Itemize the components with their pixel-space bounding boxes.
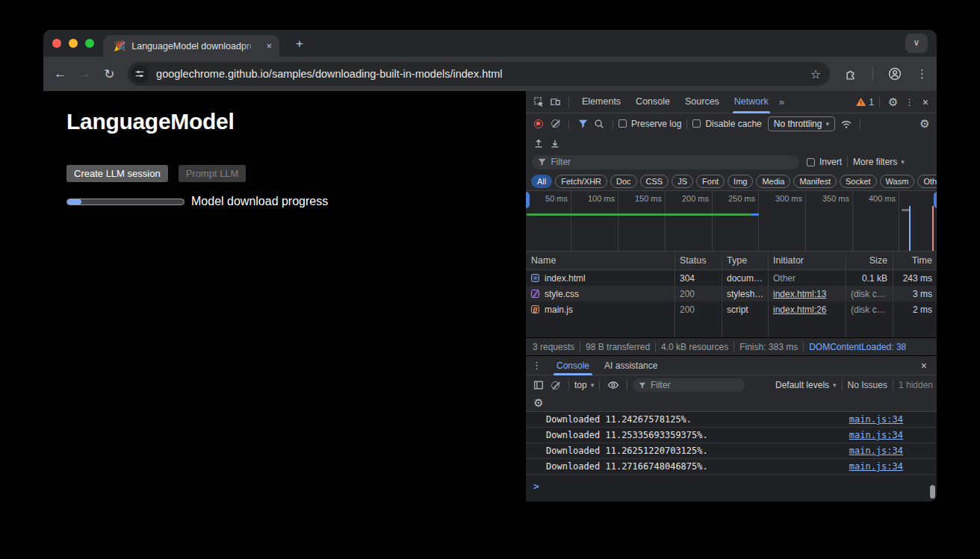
tab-close-icon[interactable]: ×: [266, 40, 272, 51]
devtools-menu-icon[interactable]: ⋮: [902, 97, 918, 107]
address-bar[interactable]: googlechrome.github.io/samples/downloadi…: [128, 62, 830, 86]
clear-network-log-icon[interactable]: [547, 119, 563, 128]
initiator-link[interactable]: index.html:13: [773, 289, 826, 299]
browser-menu-icon[interactable]: ⋮: [917, 67, 928, 81]
network-filter-input[interactable]: [551, 157, 793, 167]
prompt-llm-button[interactable]: Prompt LLM: [179, 165, 246, 182]
column-size[interactable]: Size: [846, 255, 893, 266]
chip-manifest[interactable]: Manifest: [793, 175, 837, 188]
no-issues-label[interactable]: No Issues: [848, 380, 887, 390]
request-row-index-html[interactable]: ≡ index.html 304 docum… Other 0.1 kB 243…: [526, 270, 937, 286]
record-network-log-button[interactable]: [530, 119, 547, 128]
request-name: ≡ index.html: [526, 273, 674, 284]
console-context-select[interactable]: top ▾: [574, 380, 594, 390]
throttling-select[interactable]: No throttling ▾: [768, 116, 835, 131]
reload-button[interactable]: ↻: [101, 66, 117, 82]
chip-css[interactable]: CSS: [640, 175, 669, 188]
chip-font[interactable]: Font: [696, 175, 725, 188]
minimize-window-button[interactable]: [69, 39, 78, 48]
column-type[interactable]: Type: [722, 255, 768, 266]
clear-console-icon[interactable]: [547, 381, 563, 390]
drawer-tab-console[interactable]: Console: [549, 356, 597, 375]
more-tabs-icon[interactable]: »: [776, 96, 787, 107]
bookmark-star-icon[interactable]: ☆: [810, 67, 821, 81]
timeline-left-handle[interactable]: [526, 192, 530, 208]
column-name[interactable]: Name: [526, 255, 674, 266]
browser-tab[interactable]: 🎉 LanguageModel downloadpro ×: [103, 35, 279, 57]
console-filter-input-pill[interactable]: [633, 378, 745, 392]
chip-wasm[interactable]: Wasm: [880, 175, 915, 188]
filter-toggle-icon[interactable]: [574, 119, 591, 128]
console-filter-input[interactable]: [651, 380, 739, 390]
chip-socket[interactable]: Socket: [840, 175, 877, 188]
drawer-menu-icon[interactable]: ⋮: [532, 360, 542, 371]
close-window-button[interactable]: [52, 39, 61, 48]
console-source-link[interactable]: main.js:34: [849, 461, 903, 472]
tab-network[interactable]: Network: [727, 91, 776, 113]
forward-button[interactable]: →: [77, 66, 93, 81]
default-levels-select[interactable]: Default levels ▾: [775, 380, 837, 390]
tab-console[interactable]: Console: [628, 91, 677, 113]
column-time[interactable]: Time: [893, 255, 937, 266]
timeline-right-handle[interactable]: [934, 192, 937, 208]
column-divider[interactable]: [722, 252, 722, 337]
column-initiator[interactable]: Initiator: [768, 255, 846, 266]
console-sidebar-icon[interactable]: [530, 380, 547, 390]
hidden-messages-count[interactable]: 1 hidden: [899, 380, 933, 390]
site-settings-icon[interactable]: [131, 65, 149, 83]
network-settings-gear-icon[interactable]: ⚙: [917, 117, 933, 131]
tab-search-button[interactable]: ∨: [905, 34, 928, 53]
devtools-settings-gear-icon[interactable]: ⚙: [885, 96, 902, 109]
request-row-main-js[interactable]: {} main.js 200 script index.html:26 (dis…: [526, 302, 937, 317]
console-source-link[interactable]: main.js:34: [849, 446, 903, 456]
profile-avatar-icon[interactable]: [888, 67, 902, 81]
network-filter-input-pill[interactable]: [532, 155, 799, 169]
invert-checkbox[interactable]: Invert: [807, 157, 842, 167]
url-text[interactable]: googlechrome.github.io/samples/downloadi…: [156, 68, 804, 80]
console-scrollbar-thumb[interactable]: [930, 485, 935, 499]
chip-all[interactable]: All: [531, 175, 552, 188]
console-source-link[interactable]: main.js:34: [849, 430, 903, 440]
create-llm-session-button[interactable]: Create LLM session: [66, 165, 168, 182]
chip-other[interactable]: Other: [917, 175, 937, 188]
chip-fetch-xhr[interactable]: Fetch/XHR: [555, 175, 607, 188]
preserve-log-checkbox[interactable]: Preserve log: [618, 119, 681, 129]
import-har-icon[interactable]: [530, 138, 547, 149]
console-prompt-icon[interactable]: >: [533, 481, 539, 492]
initiator-link[interactable]: index.html:26: [773, 305, 826, 315]
drawer-close-icon[interactable]: ×: [917, 360, 931, 372]
extensions-puzzle-icon[interactable]: [845, 68, 858, 81]
maximize-window-button[interactable]: [85, 39, 94, 48]
export-har-icon[interactable]: [547, 138, 563, 149]
search-icon[interactable]: [591, 119, 607, 129]
drawer-tab-ai-assistance[interactable]: AI assistance: [597, 356, 665, 375]
back-button[interactable]: ←: [52, 66, 69, 81]
more-filters-button[interactable]: More filters ▾: [853, 157, 905, 167]
devtools-close-icon[interactable]: ×: [918, 96, 933, 108]
chip-img[interactable]: Img: [728, 175, 753, 188]
disable-cache-label: Disable cache: [705, 119, 761, 129]
tab-elements[interactable]: Elements: [574, 91, 628, 113]
new-tab-button[interactable]: +: [290, 34, 309, 54]
inspect-element-icon[interactable]: [530, 96, 547, 107]
column-divider[interactable]: [768, 252, 769, 337]
devtools-tab-bar: Elements Console Sources Network » ! 1 ⚙…: [526, 91, 937, 113]
drawer-tab-bar: ⋮ Console AI assistance ×: [526, 355, 937, 375]
chip-js[interactable]: JS: [672, 175, 693, 188]
network-conditions-wifi-icon[interactable]: [838, 119, 855, 129]
column-status[interactable]: Status: [674, 255, 722, 266]
request-row-style-css[interactable]: ╱ style.css 200 stylesh… index.html:13 (…: [526, 286, 937, 302]
issues-counter[interactable]: ! 1: [856, 97, 874, 107]
chip-doc[interactable]: Doc: [610, 175, 637, 188]
chip-media[interactable]: Media: [756, 175, 790, 188]
console-source-link[interactable]: main.js:34: [849, 414, 903, 425]
column-divider[interactable]: [846, 252, 846, 337]
console-settings-gear-icon[interactable]: ⚙: [530, 396, 547, 410]
live-expression-eye-icon[interactable]: [605, 380, 621, 390]
console-toolbar-right: Default levels ▾ No Issues 1 hidden: [775, 380, 933, 390]
column-divider[interactable]: [674, 252, 675, 337]
device-toolbar-icon[interactable]: [547, 96, 563, 107]
disable-cache-checkbox[interactable]: Disable cache: [692, 119, 761, 129]
tab-sources[interactable]: Sources: [677, 91, 727, 113]
column-divider[interactable]: [893, 252, 893, 337]
